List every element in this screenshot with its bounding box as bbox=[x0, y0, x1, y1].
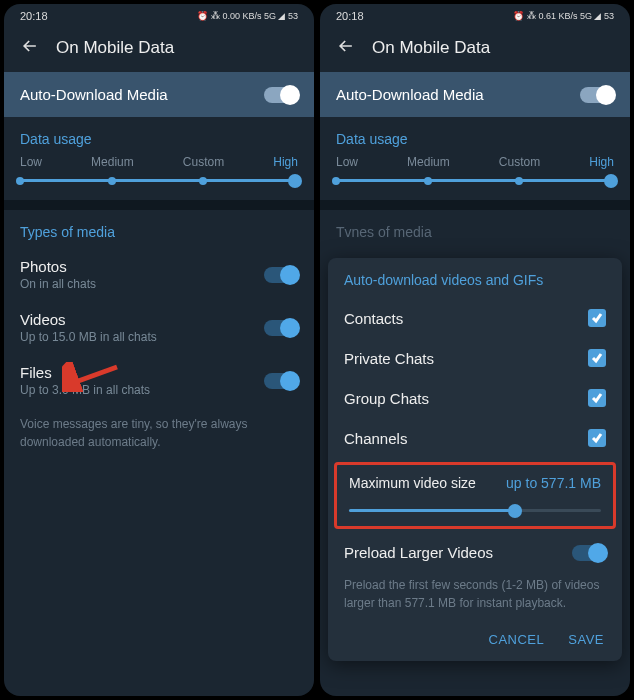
level-custom[interactable]: Custom bbox=[499, 155, 540, 169]
files-toggle[interactable] bbox=[264, 373, 298, 389]
checkbox-icon[interactable] bbox=[588, 309, 606, 327]
level-medium[interactable]: Medium bbox=[407, 155, 450, 169]
status-time: 20:18 bbox=[20, 10, 48, 22]
checkbox-icon[interactable] bbox=[588, 389, 606, 407]
max-size-slider[interactable] bbox=[349, 509, 601, 512]
max-size-value: up to 577.1 MB bbox=[506, 475, 601, 491]
left-screenshot: 20:18 ⏰ ⁂ 0.00 KB/s 5G ◢ 53 On Mobile Da… bbox=[4, 4, 314, 696]
checkbox-icon[interactable] bbox=[588, 349, 606, 367]
level-medium[interactable]: Medium bbox=[91, 155, 134, 169]
photos-sub: On in all chats bbox=[20, 277, 96, 291]
files-label: Files bbox=[20, 364, 150, 381]
data-usage-title: Data usage bbox=[320, 117, 630, 155]
slider-thumb[interactable] bbox=[288, 174, 302, 188]
check-label: Private Chats bbox=[344, 350, 434, 367]
level-custom[interactable]: Custom bbox=[183, 155, 224, 169]
voice-note: Voice messages are tiny, so they're alwa… bbox=[4, 407, 314, 459]
videos-label: Videos bbox=[20, 311, 157, 328]
max-size-highlight: Maximum video size up to 577.1 MB bbox=[334, 462, 616, 529]
videos-toggle[interactable] bbox=[264, 320, 298, 336]
video-download-modal: Auto-download videos and GIFs Contacts P… bbox=[328, 258, 622, 661]
auto-download-row[interactable]: Auto-Download Media bbox=[320, 72, 630, 117]
check-private[interactable]: Private Chats bbox=[328, 338, 622, 378]
level-low[interactable]: Low bbox=[336, 155, 358, 169]
photos-label: Photos bbox=[20, 258, 96, 275]
types-media-truncated: Tvnes of media bbox=[320, 210, 630, 248]
check-label: Group Chats bbox=[344, 390, 429, 407]
back-icon[interactable] bbox=[20, 36, 40, 60]
auto-download-toggle[interactable] bbox=[264, 87, 298, 103]
max-size-row: Maximum video size up to 577.1 MB bbox=[337, 469, 613, 497]
auto-download-toggle[interactable] bbox=[580, 87, 614, 103]
preload-note: Preload the first few seconds (1-2 MB) o… bbox=[328, 572, 622, 620]
data-usage-slider[interactable] bbox=[20, 179, 298, 182]
data-usage-labels: Low Medium Custom High bbox=[4, 155, 314, 169]
page-title: On Mobile Data bbox=[372, 38, 490, 58]
preload-row[interactable]: Preload Larger Videos bbox=[328, 533, 622, 572]
level-high[interactable]: High bbox=[589, 155, 614, 169]
status-time: 20:18 bbox=[336, 10, 364, 22]
check-contacts[interactable]: Contacts bbox=[328, 298, 622, 338]
level-high[interactable]: High bbox=[273, 155, 298, 169]
header: On Mobile Data bbox=[320, 28, 630, 72]
data-usage-slider[interactable] bbox=[336, 179, 614, 182]
files-row[interactable]: Files Up to 3.0 MB in all chats bbox=[4, 354, 314, 407]
check-label: Channels bbox=[344, 430, 407, 447]
status-bar: 20:18 ⏰ ⁂ 0.00 KB/s 5G ◢ 53 bbox=[4, 4, 314, 28]
types-media-title: Types of media bbox=[4, 210, 314, 248]
header: On Mobile Data bbox=[4, 28, 314, 72]
page-title: On Mobile Data bbox=[56, 38, 174, 58]
back-icon[interactable] bbox=[336, 36, 356, 60]
check-channels[interactable]: Channels bbox=[328, 418, 622, 458]
slider-thumb[interactable] bbox=[508, 504, 522, 518]
auto-download-label: Auto-Download Media bbox=[20, 86, 168, 103]
auto-download-label: Auto-Download Media bbox=[336, 86, 484, 103]
videos-sub: Up to 15.0 MB in all chats bbox=[20, 330, 157, 344]
data-usage-labels: Low Medium Custom High bbox=[320, 155, 630, 169]
level-low[interactable]: Low bbox=[20, 155, 42, 169]
videos-row[interactable]: Videos Up to 15.0 MB in all chats bbox=[4, 301, 314, 354]
auto-download-row[interactable]: Auto-Download Media bbox=[4, 72, 314, 117]
status-indicators: ⏰ ⁂ 0.61 KB/s 5G ◢ 53 bbox=[513, 11, 614, 21]
photos-toggle[interactable] bbox=[264, 267, 298, 283]
check-groups[interactable]: Group Chats bbox=[328, 378, 622, 418]
slider-thumb[interactable] bbox=[604, 174, 618, 188]
right-screenshot: 20:18 ⏰ ⁂ 0.61 KB/s 5G ◢ 53 On Mobile Da… bbox=[320, 4, 630, 696]
max-size-label: Maximum video size bbox=[349, 475, 476, 491]
divider bbox=[320, 200, 630, 210]
divider bbox=[4, 200, 314, 210]
status-indicators: ⏰ ⁂ 0.00 KB/s 5G ◢ 53 bbox=[197, 11, 298, 21]
cancel-button[interactable]: CANCEL bbox=[489, 632, 545, 647]
photos-row[interactable]: Photos On in all chats bbox=[4, 248, 314, 301]
save-button[interactable]: SAVE bbox=[568, 632, 604, 647]
preload-toggle[interactable] bbox=[572, 545, 606, 561]
check-label: Contacts bbox=[344, 310, 403, 327]
data-usage-title: Data usage bbox=[4, 117, 314, 155]
modal-actions: CANCEL SAVE bbox=[328, 620, 622, 655]
modal-title: Auto-download videos and GIFs bbox=[328, 258, 622, 298]
files-sub: Up to 3.0 MB in all chats bbox=[20, 383, 150, 397]
preload-label: Preload Larger Videos bbox=[344, 544, 493, 561]
checkbox-icon[interactable] bbox=[588, 429, 606, 447]
status-bar: 20:18 ⏰ ⁂ 0.61 KB/s 5G ◢ 53 bbox=[320, 4, 630, 28]
